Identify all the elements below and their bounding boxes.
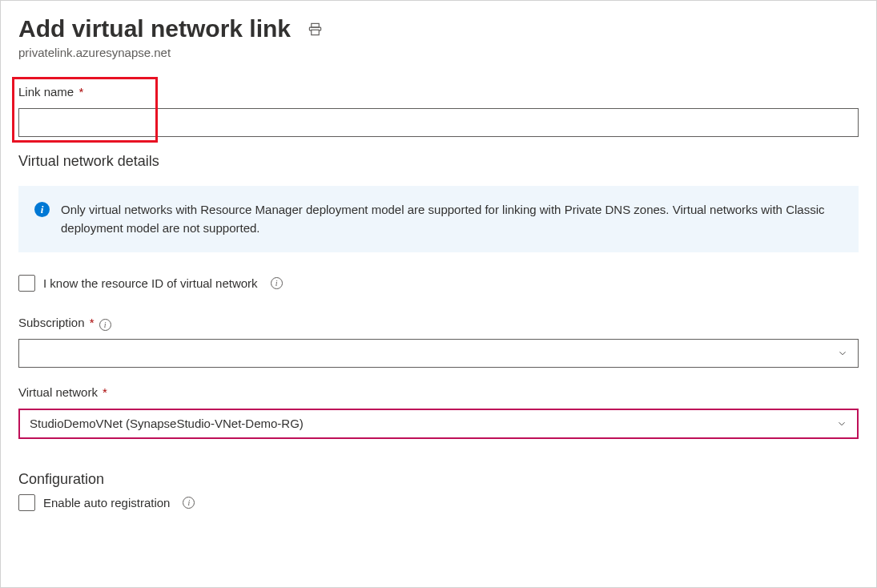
know-resource-id-label: I know the resource ID of virtual networ… bbox=[43, 276, 258, 290]
info-box: i Only virtual networks with Resource Ma… bbox=[18, 186, 859, 252]
virtual-network-label: Virtual network * bbox=[18, 385, 107, 399]
info-circle-icon[interactable]: i bbox=[183, 497, 195, 509]
subscription-select[interactable] bbox=[18, 339, 859, 368]
page-title: Add virtual network link bbox=[18, 15, 291, 42]
link-name-label: Link name * bbox=[18, 85, 83, 99]
info-circle-icon[interactable]: i bbox=[99, 319, 111, 331]
chevron-down-icon bbox=[836, 418, 847, 429]
required-indicator: * bbox=[90, 316, 95, 329]
print-icon[interactable] bbox=[307, 21, 323, 37]
know-resource-id-checkbox[interactable] bbox=[18, 275, 35, 292]
auto-registration-label: Enable auto registration bbox=[43, 496, 170, 509]
chevron-down-icon bbox=[837, 348, 848, 359]
required-indicator: * bbox=[78, 85, 83, 99]
configuration-heading: Configuration bbox=[18, 471, 859, 488]
svg-rect-1 bbox=[311, 30, 319, 34]
subscription-label: Subscription * bbox=[18, 316, 95, 329]
svg-rect-0 bbox=[311, 23, 319, 27]
link-name-input[interactable] bbox=[18, 108, 859, 137]
info-icon: i bbox=[34, 202, 50, 217]
auto-registration-checkbox[interactable] bbox=[18, 494, 35, 511]
required-indicator: * bbox=[103, 385, 107, 399]
info-message: Only virtual networks with Resource Mana… bbox=[61, 200, 843, 238]
subtitle: privatelink.azuresynapse.net bbox=[18, 46, 859, 59]
info-circle-icon[interactable]: i bbox=[271, 277, 283, 289]
virtual-network-select[interactable]: StudioDemoVNet (SynapseStudio-VNet-Demo-… bbox=[18, 409, 859, 439]
vnet-details-heading: Virtual network details bbox=[18, 153, 859, 170]
virtual-network-value: StudioDemoVNet (SynapseStudio-VNet-Demo-… bbox=[30, 417, 304, 430]
